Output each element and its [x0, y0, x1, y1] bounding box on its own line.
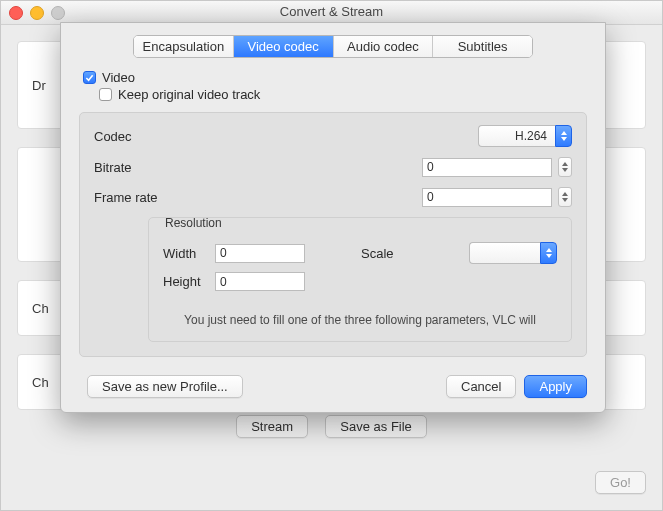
scale-select[interactable] — [469, 242, 557, 264]
bitrate-stepper[interactable] — [558, 157, 572, 177]
codec-label: Codec — [94, 129, 184, 144]
chevron-down-icon — [562, 198, 568, 202]
save-as-file-button[interactable]: Save as File — [325, 415, 427, 438]
resolution-hint: You just need to fill one of the three f… — [163, 313, 557, 327]
video-checkbox[interactable] — [83, 71, 96, 84]
bg-panel-label: Ch — [32, 301, 49, 316]
resolution-group: Resolution Width Scale Height You just n… — [148, 217, 572, 342]
resolution-title: Resolution — [161, 216, 226, 230]
width-label: Width — [163, 246, 215, 261]
cancel-button[interactable]: Cancel — [446, 375, 516, 398]
frame-rate-row: Frame rate — [94, 187, 572, 207]
bitrate-input[interactable] — [422, 158, 552, 177]
keep-original-label: Keep original video track — [118, 87, 260, 102]
width-row: Width Scale — [163, 242, 557, 264]
chevron-up-icon — [562, 192, 568, 196]
save-profile-button[interactable]: Save as new Profile... — [87, 375, 243, 398]
go-button[interactable]: Go! — [595, 471, 646, 494]
keep-original-checkbox[interactable] — [99, 88, 112, 101]
apply-button[interactable]: Apply — [524, 375, 587, 398]
sheet-bottom-bar: Save as new Profile... Cancel Apply — [79, 375, 587, 398]
video-checkbox-row: Video — [83, 70, 587, 85]
stream-button[interactable]: Stream — [236, 415, 308, 438]
updown-icon — [540, 242, 557, 264]
tab-encapsulation[interactable]: Encapsulation — [134, 36, 234, 57]
scale-value — [469, 242, 540, 264]
frame-rate-label: Frame rate — [94, 190, 184, 205]
updown-icon — [555, 125, 572, 147]
frame-rate-stepper[interactable] — [558, 187, 572, 207]
go-button-wrap: Go! — [595, 471, 646, 494]
keep-original-row: Keep original video track — [99, 87, 587, 102]
scale-label: Scale — [361, 246, 394, 261]
codec-tabs: Encapsulation Video codec Audio codec Su… — [133, 35, 533, 58]
height-row: Height — [163, 272, 557, 291]
height-input[interactable] — [215, 272, 305, 291]
video-settings-group: Codec H.264 Bitrate Frame rate — [79, 112, 587, 357]
bg-panel-label: Ch — [32, 375, 49, 390]
codec-row: Codec H.264 — [94, 125, 572, 147]
width-input[interactable] — [215, 244, 305, 263]
height-label: Height — [163, 274, 215, 289]
frame-rate-input[interactable] — [422, 188, 552, 207]
bitrate-row: Bitrate — [94, 157, 572, 177]
bitrate-label: Bitrate — [94, 160, 184, 175]
window-title: Convert & Stream — [1, 4, 662, 19]
profile-sheet: Encapsulation Video codec Audio codec Su… — [60, 22, 606, 413]
chevron-up-icon — [562, 162, 568, 166]
bg-bottom-buttons: Stream Save as File — [1, 415, 662, 438]
tab-audio-codec[interactable]: Audio codec — [334, 36, 434, 57]
tab-video-codec[interactable]: Video codec — [234, 36, 334, 57]
bg-panel-label: Dr — [32, 78, 46, 93]
chevron-down-icon — [562, 168, 568, 172]
tab-subtitles[interactable]: Subtitles — [433, 36, 532, 57]
codec-select[interactable]: H.264 — [478, 125, 572, 147]
video-checkbox-label: Video — [102, 70, 135, 85]
check-icon — [85, 73, 94, 82]
codec-value: H.264 — [478, 125, 555, 147]
